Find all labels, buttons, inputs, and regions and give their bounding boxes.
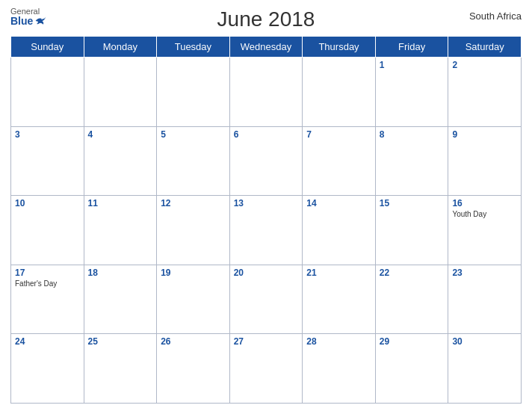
day-number: 3: [15, 129, 80, 140]
day-number: 20: [234, 268, 299, 278]
logo-blue-text: Blue: [10, 16, 46, 26]
day-cell-empty: [229, 58, 303, 127]
calendar-table: Sunday Monday Tuesday Wednesday Thursday…: [10, 36, 522, 404]
day-number: 9: [452, 129, 517, 140]
day-cell-17: 17Father's Day: [11, 265, 84, 334]
calendar-header: General Blue June 2018 South Africa: [10, 7, 522, 31]
week-row-3: 10111213141516Youth Day: [11, 196, 522, 265]
day-cell-21: 21: [303, 265, 376, 334]
day-cell-27: 27: [229, 334, 303, 404]
day-cell-empty: [11, 58, 84, 127]
header-monday: Monday: [84, 37, 157, 58]
day-number: 1: [380, 60, 445, 70]
day-cell-20: 20: [229, 265, 303, 334]
day-cell-14: 14: [303, 196, 376, 265]
day-number: 27: [234, 336, 299, 347]
day-number: 21: [306, 268, 371, 278]
day-number: 5: [161, 129, 226, 140]
day-cell-12: 12: [157, 196, 230, 265]
day-cell-18: 18: [84, 265, 157, 334]
header-tuesday: Tuesday: [157, 37, 230, 58]
header-thursday: Thursday: [303, 37, 376, 58]
logo: General Blue: [10, 7, 46, 26]
day-cell-13: 13: [229, 196, 303, 265]
header-saturday: Saturday: [448, 37, 522, 58]
day-cell-6: 6: [229, 126, 303, 196]
header-sunday: Sunday: [11, 37, 84, 58]
logo-bird-icon: [34, 16, 46, 26]
day-number: 2: [452, 60, 517, 70]
day-number: 13: [234, 198, 299, 208]
day-number: 25: [88, 336, 153, 347]
week-row-1: 12: [11, 58, 522, 127]
day-cell-16: 16Youth Day: [448, 196, 522, 265]
week-row-4: 17Father's Day181920212223: [11, 265, 522, 334]
day-cell-10: 10: [11, 196, 84, 265]
calendar-container: General Blue June 2018 South Africa Sund…: [0, 0, 532, 411]
day-cell-4: 4: [84, 126, 157, 196]
day-cell-9: 9: [448, 126, 522, 196]
day-number: 23: [452, 268, 517, 278]
day-number: 17: [15, 268, 80, 278]
day-number: 19: [161, 268, 226, 278]
day-number: 6: [234, 129, 299, 140]
day-number: 26: [161, 336, 226, 347]
country-label: South Africa: [469, 10, 522, 22]
header-friday: Friday: [375, 37, 448, 58]
day-cell-19: 19: [157, 265, 230, 334]
day-cell-empty: [84, 58, 157, 127]
day-cell-5: 5: [157, 126, 230, 196]
day-cell-30: 30: [448, 334, 522, 404]
day-cell-empty: [303, 58, 376, 127]
month-title: June 2018: [217, 7, 315, 31]
day-number: 24: [15, 336, 80, 347]
weekday-header-row: Sunday Monday Tuesday Wednesday Thursday…: [11, 37, 522, 58]
day-cell-26: 26: [157, 334, 230, 404]
day-number: 22: [380, 268, 445, 278]
day-cell-8: 8: [375, 126, 448, 196]
day-cell-23: 23: [448, 265, 522, 334]
day-number: 30: [452, 336, 517, 347]
day-cell-2: 2: [448, 58, 522, 127]
day-cell-3: 3: [11, 126, 84, 196]
week-row-2: 3456789: [11, 126, 522, 196]
day-number: 7: [306, 129, 371, 140]
day-event: Father's Day: [15, 279, 80, 288]
day-number: 16: [452, 198, 517, 208]
day-number: 14: [306, 198, 371, 208]
day-number: 12: [161, 198, 226, 208]
day-number: 18: [88, 268, 153, 278]
day-cell-11: 11: [84, 196, 157, 265]
day-cell-29: 29: [375, 334, 448, 404]
day-cell-15: 15: [375, 196, 448, 265]
header-wednesday: Wednesday: [229, 37, 303, 58]
day-cell-22: 22: [375, 265, 448, 334]
day-number: 10: [15, 198, 80, 208]
day-cell-7: 7: [303, 126, 376, 196]
day-event: Youth Day: [452, 210, 517, 218]
day-number: 4: [88, 129, 153, 140]
day-cell-1: 1: [375, 58, 448, 127]
day-number: 28: [306, 336, 371, 347]
day-cell-28: 28: [303, 334, 376, 404]
day-number: 15: [380, 198, 445, 208]
day-cell-24: 24: [11, 334, 84, 404]
day-number: 8: [380, 129, 445, 140]
day-cell-empty: [157, 58, 230, 127]
day-cell-25: 25: [84, 334, 157, 404]
day-number: 11: [88, 198, 153, 208]
week-row-5: 24252627282930: [11, 334, 522, 404]
day-number: 29: [380, 336, 445, 347]
